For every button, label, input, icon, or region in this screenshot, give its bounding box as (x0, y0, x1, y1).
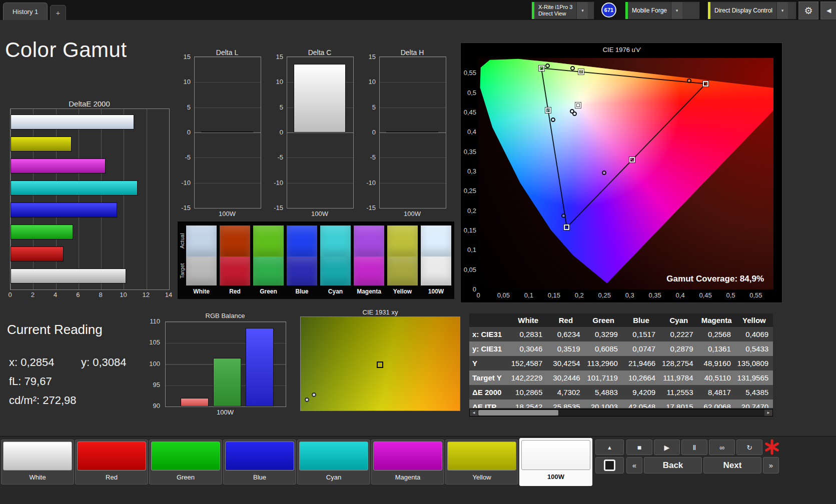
zero-line (380, 132, 446, 133)
y-tick-label: 0,2 (461, 207, 476, 214)
target-swatch-cyan (320, 256, 351, 286)
swatch-label: Red (220, 288, 250, 295)
window-pattern-button[interactable] (595, 457, 624, 474)
swatch-column-cyan: Cyan (320, 226, 351, 295)
table-cell: 101,7119 (585, 374, 622, 382)
pause-button[interactable]: Ⅱ (681, 440, 707, 455)
pattern-swatch (373, 442, 442, 470)
target-marker-magenta (629, 157, 635, 162)
table-cell: 0,1517 (622, 330, 660, 338)
y-tick-label: 0,1 (461, 246, 476, 254)
tab-history-label: History 1 (13, 8, 38, 16)
transport-controls: ■▶Ⅱ∞↻ (626, 440, 762, 455)
stop-button[interactable]: ■ (626, 440, 652, 455)
pattern-button-yellow[interactable]: Yellow (445, 440, 518, 484)
display-control-label: Direct Display Control (710, 2, 776, 19)
display-control-dropdown[interactable]: Direct Display Control ▾ (707, 2, 796, 20)
swatch-column-green: Green (253, 226, 284, 295)
loop-button[interactable]: ∞ (709, 440, 735, 455)
scroll-left-button[interactable]: ◄ (470, 410, 478, 416)
x-tick-label: 2 (23, 291, 43, 298)
actual-swatch-blue (287, 226, 317, 256)
actual-swatch-magenta (354, 226, 384, 256)
x-tick-label: 0 (0, 291, 20, 298)
expand-patterns-button[interactable]: ▲ (595, 440, 624, 455)
pattern-button-cyan[interactable]: Cyan (297, 440, 370, 484)
y-tick-label: 0,45 (461, 108, 476, 116)
y-tick-label: -15 (177, 204, 191, 212)
table-cell: 0,3046 (509, 344, 547, 353)
y-tick-label: 105 (144, 338, 160, 346)
target-marker (377, 362, 383, 368)
target-swatch-100w (421, 256, 451, 286)
swatch-column-blue: Blue (287, 226, 317, 295)
back-button[interactable]: Back (644, 457, 702, 474)
delta-h-title: Delta H (372, 48, 452, 56)
table-cell: 0,4069 (735, 330, 773, 338)
rgb-balance-chart (165, 322, 286, 407)
pattern-label: Yellow (447, 474, 516, 481)
next-button-label: Next (723, 460, 742, 470)
actual-swatch-green (253, 226, 284, 256)
delta-h-x-label: 100W (379, 210, 445, 218)
table-scrollbar[interactable]: ◄ ► (469, 409, 773, 416)
y-tick-label: 0,35 (461, 148, 476, 156)
x-tick-label: 10 (113, 291, 133, 298)
refresh-button[interactable]: ↻ (736, 440, 762, 455)
deltae-bar-white (11, 114, 134, 130)
actual-swatch-cyan (320, 226, 351, 256)
first-page-button[interactable]: « (626, 457, 642, 474)
pattern-swatch (225, 442, 294, 470)
scrollbar-thumb[interactable] (478, 410, 558, 416)
x-tick-label: 6 (68, 291, 88, 298)
deltae-bar-magenta (11, 158, 106, 174)
scroll-right-button[interactable]: ► (764, 410, 772, 416)
last-page-button[interactable]: » (763, 457, 779, 474)
pattern-button-green[interactable]: Green (149, 440, 222, 484)
swatch-label: Yellow (387, 288, 418, 295)
collapse-panel-button[interactable]: ◀ (820, 2, 836, 20)
pattern-button-100w[interactable]: 100W (519, 438, 592, 486)
column-header-cyan: Cyan (660, 316, 697, 324)
play-button[interactable]: ▶ (654, 440, 680, 455)
table-cell: 128,2754 (660, 359, 697, 368)
cie-1931-title: CIE 1931 xy (300, 308, 460, 316)
next-button[interactable]: Next (703, 457, 761, 474)
pattern-label: Red (77, 474, 146, 481)
delta-c-bar (294, 64, 346, 132)
table-cell: 111,9784 (660, 374, 697, 382)
pattern-swatch (77, 442, 146, 470)
meter-dropdown[interactable]: X-Rite i1Pro 3 Direct View ▾ (531, 2, 594, 20)
table-cell: 0,1361 (697, 344, 735, 353)
pattern-button-white[interactable]: White (1, 440, 74, 484)
gamut-coverage-value: 84,9% (740, 274, 764, 284)
swatch-column-100w: 100W (421, 226, 451, 295)
tab-history[interactable]: History 1 (3, 2, 48, 20)
x-tick-label: 0,15 (544, 292, 564, 299)
y-tick-label: 0,25 (461, 187, 476, 194)
arrow-left-icon: ◄ (472, 410, 476, 415)
pattern-button-red[interactable]: Red (75, 440, 148, 484)
zero-line (287, 132, 353, 133)
y-tick-label: 0 (177, 128, 191, 136)
pattern-label: Blue (225, 474, 294, 481)
gear-icon: ⚙ (804, 5, 812, 16)
pattern-button-blue[interactable]: Blue (223, 440, 296, 484)
table-cell: 62,0068 (697, 402, 735, 408)
target-marker-red (703, 81, 708, 86)
measured-marker (305, 398, 309, 402)
table-cell: 0,0747 (622, 344, 660, 353)
reading-cdm2-label: cd/m²: (9, 394, 40, 406)
add-tab-button[interactable]: + (50, 5, 66, 20)
pattern-source-dropdown[interactable]: Mobile Forge ▾ (625, 2, 700, 20)
swatch-columns: WhiteRedGreenBlueCyanMagentaYellow100W (186, 226, 451, 295)
alert-asterisk-icon (764, 439, 780, 455)
table-cell: 20,1003 (585, 402, 622, 408)
x-tick-label: 0,25 (594, 292, 614, 299)
table-cell: 4,7302 (547, 388, 584, 396)
double-chevron-left-icon: « (632, 461, 636, 470)
y-tick-label: -10 (362, 179, 376, 186)
pattern-button-magenta[interactable]: Magenta (371, 440, 444, 484)
rgb-balance-x-label: 100W (165, 408, 285, 416)
settings-button[interactable]: ⚙ (798, 2, 818, 20)
